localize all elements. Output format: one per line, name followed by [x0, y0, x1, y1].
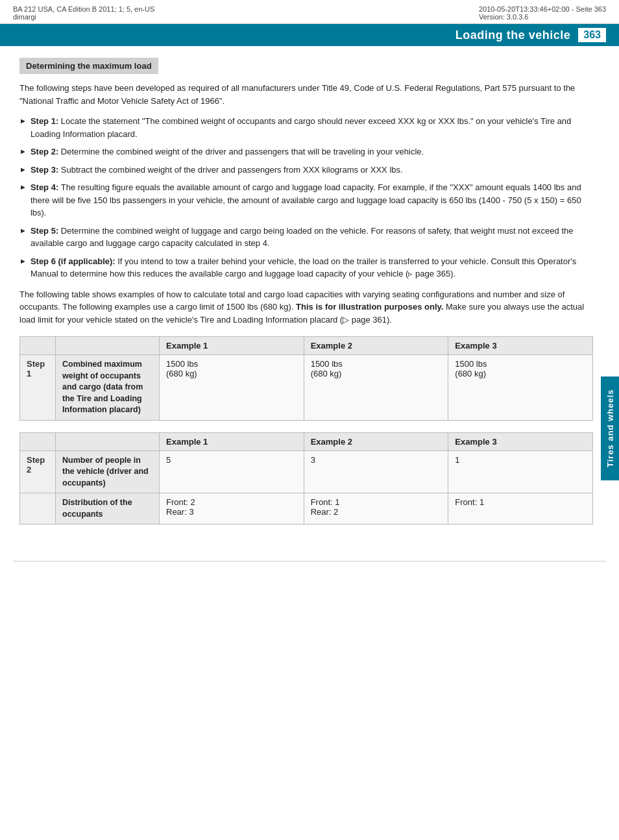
step2-row2-ex1: Front: 2Rear: 3: [160, 493, 304, 525]
intro-text: The following steps have been developed …: [19, 82, 593, 107]
col2-header-empty1: [20, 432, 56, 451]
step-list: ► Step 1: Locate the statement "The comb…: [19, 115, 593, 280]
main-content: Determining the maximum load The followi…: [0, 46, 619, 548]
step1-ex1: 1500 lbs(680 kg): [160, 355, 304, 421]
arrow-icon: ►: [19, 164, 27, 175]
step2-row2-step: [20, 493, 56, 525]
arrow-icon: ►: [19, 225, 27, 236]
step-label-2: Step 2:: [30, 147, 61, 156]
header-left-line2: dimargi: [13, 13, 154, 21]
step2-row2-ex2: Front: 1Rear: 2: [304, 493, 448, 525]
header-left-line1: BA 212 USA, CA Edition B 2011; 1; 5, en-…: [13, 5, 154, 13]
list-item: ► Step 3: Subtract the combined weight o…: [19, 164, 593, 177]
col-header-ex1-t1: Example 1: [160, 337, 304, 355]
step-label-1: Step 1:: [30, 116, 61, 126]
step2-row2-desc: Distribution of the occupants: [56, 493, 160, 525]
col-header-ex2-t1: Example 2: [304, 337, 448, 355]
step-text-2: Determine the combined weight of the dri…: [61, 147, 424, 156]
table-row: Distribution of the occupants Front: 2Re…: [20, 493, 593, 525]
list-item: ► Step 4: The resulting figure equals th…: [19, 181, 593, 219]
table1: Example 1 Example 2 Example 3 Step 1 Com…: [19, 336, 593, 421]
table-row: Step 2 Number of people in the vehicle (…: [20, 451, 593, 493]
arrow-icon: ►: [19, 146, 27, 157]
closing-text: The following table shows examples of ho…: [19, 288, 593, 327]
table2: Example 1 Example 2 Example 3 Step 2 Num…: [19, 432, 593, 525]
step2-row1-ex1: 5: [160, 451, 304, 493]
list-item: ► Step 6 (if applicable): If you intend …: [19, 255, 593, 280]
step1-ex2: 1500 lbs(680 kg): [304, 355, 448, 421]
header-right-line2: Version: 3.0.3.6: [479, 13, 606, 21]
col2-header-ex1: Example 1: [160, 432, 304, 451]
step-text-5: Determine the combined weight of luggage…: [30, 226, 574, 249]
arrow-icon: ►: [19, 256, 27, 267]
step-label-4: Step 4:: [30, 182, 61, 192]
step2-row1-ex3: 1: [448, 451, 593, 493]
title-bar: Loading the vehicle 363: [0, 24, 619, 46]
step2-label: Step 2: [20, 451, 56, 493]
page-footer: [13, 561, 606, 567]
header-right: 2010-05-20T13:33:46+02:00 - Seite 363 Ve…: [479, 5, 606, 21]
step2-row1-ex2: 3: [304, 451, 448, 493]
table2-grid: Example 1 Example 2 Example 3 Step 2 Num…: [19, 432, 593, 525]
step2-row2-ex3: Front: 1: [448, 493, 593, 525]
step1-ex3: 1500 lbs(680 kg): [448, 355, 593, 421]
header-right-line1: 2010-05-20T13:33:46+02:00 - Seite 363: [479, 5, 606, 13]
col2-header-ex3: Example 3: [448, 432, 593, 451]
step1-label: Step 1: [20, 355, 56, 421]
section-heading: Determining the maximum load: [19, 58, 158, 74]
step-label-6: Step 6 (if applicable):: [30, 256, 117, 266]
col2-header-empty2: [56, 432, 160, 451]
header-left: BA 212 USA, CA Edition B 2011; 1; 5, en-…: [13, 5, 154, 21]
col-header-ex3-t1: Example 3: [448, 337, 593, 355]
step1-desc: Combined maximum weight of occupants and…: [56, 355, 160, 421]
list-item: ► Step 1: Locate the statement "The comb…: [19, 115, 593, 140]
table1-grid: Example 1 Example 2 Example 3 Step 1 Com…: [19, 336, 593, 421]
step-label-3: Step 3:: [30, 165, 61, 175]
arrow-icon: ►: [19, 182, 27, 193]
step-text-4: The resulting figure equals the availabl…: [30, 182, 581, 217]
list-item: ► Step 2: Determine the combined weight …: [19, 145, 593, 158]
page-header: BA 212 USA, CA Edition B 2011; 1; 5, en-…: [0, 0, 619, 24]
page-title: Loading the vehicle: [455, 29, 571, 42]
col2-header-ex2: Example 2: [304, 432, 448, 451]
closing-text-bold: This is for illustration purposes only.: [296, 302, 443, 312]
col-header-empty2: [56, 337, 160, 355]
arrow-icon: ►: [19, 116, 27, 127]
table-row: Step 1 Combined maximum weight of occupa…: [20, 355, 593, 421]
list-item: ► Step 5: Determine the combined weight …: [19, 225, 593, 250]
page-number: 363: [578, 28, 606, 42]
col-header-empty1: [20, 337, 56, 355]
step-text-1: Locate the statement "The combined weigh…: [30, 116, 571, 139]
step2-row1-desc: Number of people in the vehicle (driver …: [56, 451, 160, 493]
step-text-3: Subtract the combined weight of the driv…: [61, 165, 403, 175]
step-label-5: Step 5:: [30, 226, 61, 236]
